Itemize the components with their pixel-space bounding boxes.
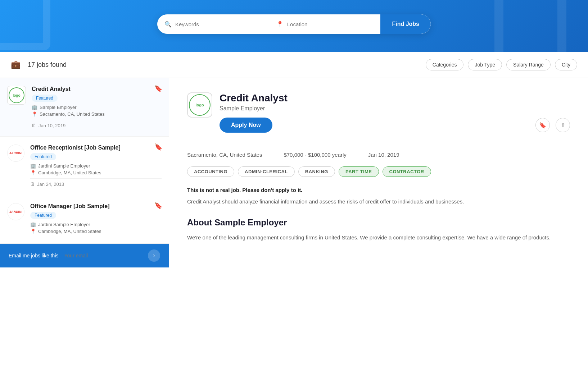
bookmark-icon-2[interactable]: 🔖 bbox=[154, 143, 162, 151]
job-title-3: Office Manager [Job Sample] bbox=[30, 203, 162, 210]
detail-divider bbox=[187, 143, 570, 143]
job-location-1: 📍 Sacramento, CA, United States bbox=[32, 111, 162, 117]
logo-circle-1: logo bbox=[9, 87, 24, 103]
featured-badge-1: Featured bbox=[32, 95, 58, 102]
tag-accounting: ACCOUNTING bbox=[187, 166, 234, 177]
keyword-input-wrap: 🔍 bbox=[157, 14, 269, 34]
share-icon: ⇧ bbox=[561, 122, 565, 129]
calendar-icon-1: 🗓 bbox=[32, 123, 36, 128]
job-type-filter[interactable]: Job Type bbox=[468, 59, 502, 70]
job-detail-panel: logo Credit Analyst Sample Employer Appl… bbox=[169, 78, 588, 385]
tag-part-time: PART TIME bbox=[339, 166, 379, 177]
detail-job-title: Credit Analyst bbox=[220, 92, 570, 104]
location-pin-icon: 📍 bbox=[276, 21, 284, 28]
calendar-icon-2: 🗓 bbox=[30, 182, 35, 187]
job-card-1[interactable]: logo Credit Analyst Featured 🏢 Sample Em… bbox=[0, 78, 169, 137]
detail-salary: $70,000 - $100,000 yearly bbox=[284, 152, 346, 158]
detail-date: Jan 10, 2019 bbox=[368, 152, 399, 158]
jardini-logo-text-3: JARDINI bbox=[9, 210, 22, 214]
about-section-text: We're one of the leading management cons… bbox=[187, 233, 570, 242]
location-input[interactable] bbox=[287, 21, 374, 27]
detail-actions: Apply Now 🔖 ⇧ bbox=[220, 118, 570, 133]
jobs-found-label: 17 jobs found bbox=[28, 61, 421, 69]
email-footer-input[interactable] bbox=[64, 253, 143, 258]
email-footer-label: Email me jobs like this bbox=[9, 253, 59, 258]
job-info-2: Office Receptionist [Job Sample] Feature… bbox=[30, 145, 162, 187]
city-filter[interactable]: City bbox=[555, 59, 577, 70]
job-employer-1: 🏢 Sample Employer bbox=[32, 105, 162, 110]
about-section-title: About Sample Employer bbox=[187, 217, 570, 228]
job-card-2[interactable]: JARDINI Office Receptionist [Job Sample]… bbox=[0, 137, 169, 195]
employer-logo-1: logo bbox=[7, 86, 26, 105]
employer-logo-3: JARDINI bbox=[7, 203, 24, 220]
employer-logo-2: JARDINI bbox=[7, 145, 24, 162]
featured-badge-3: Featured bbox=[30, 212, 56, 219]
detail-employer-logo: logo bbox=[187, 92, 212, 118]
job-title-2: Office Receptionist [Job Sample] bbox=[30, 145, 162, 151]
tag-banking: BANKING bbox=[298, 166, 335, 177]
bookmark-detail-icon: 🔖 bbox=[539, 122, 546, 129]
detail-meta-row: Sacramento, CA, United States $70,000 - … bbox=[187, 152, 570, 158]
featured-badge-2: Featured bbox=[30, 153, 56, 160]
building-icon-2: 🏢 bbox=[30, 163, 36, 169]
header: 🔍 📍 Find Jobs bbox=[0, 0, 588, 52]
job-info-1: Credit Analyst Featured 🏢 Sample Employe… bbox=[32, 86, 162, 128]
job-date-1: 🗓 Jan 10, 2019 bbox=[32, 120, 162, 128]
job-card-3[interactable]: JARDINI Office Manager [Job Sample] Feat… bbox=[0, 195, 169, 244]
building-icon-3: 🏢 bbox=[30, 222, 36, 227]
pin-icon-2: 📍 bbox=[30, 170, 36, 175]
job-location-3: 📍 Cambridge, MA, United States bbox=[30, 229, 162, 234]
jardini-logo-text: JARDINI bbox=[9, 151, 22, 155]
search-bar: 🔍 📍 Find Jobs bbox=[157, 14, 431, 34]
job-info-3: Office Manager [Job Sample] Featured 🏢 J… bbox=[30, 203, 162, 235]
salary-range-filter[interactable]: Salary Range bbox=[506, 59, 551, 70]
tag-admin-clerical: ADMIN-CLERICAL bbox=[238, 166, 295, 177]
detail-employer-name: Sample Employer bbox=[220, 105, 570, 112]
email-footer: Email me jobs like this › bbox=[0, 244, 169, 267]
job-list-panel: logo Credit Analyst Featured 🏢 Sample Em… bbox=[0, 78, 169, 385]
categories-filter[interactable]: Categories bbox=[426, 59, 464, 70]
tags-row: ACCOUNTING ADMIN-CLERICAL BANKING PART T… bbox=[187, 166, 570, 177]
apply-now-button[interactable]: Apply Now bbox=[220, 118, 272, 133]
find-jobs-button[interactable]: Find Jobs bbox=[380, 14, 431, 34]
detail-warning-text: This is not a real job. Please don't app… bbox=[187, 187, 570, 193]
job-location-2: 📍 Cambridge, MA, United States bbox=[30, 170, 162, 175]
job-title-1: Credit Analyst bbox=[32, 86, 162, 92]
detail-description: Credit Analyst should analyze financial … bbox=[187, 197, 570, 206]
pin-icon-1: 📍 bbox=[32, 111, 37, 117]
keyword-input[interactable] bbox=[175, 21, 262, 27]
detail-logo-circle: logo bbox=[189, 94, 211, 116]
email-submit-button[interactable]: › bbox=[148, 249, 160, 262]
building-icon: 🏢 bbox=[32, 105, 37, 110]
detail-location: Sacramento, CA, United States bbox=[187, 152, 262, 158]
main-layout: logo Credit Analyst Featured 🏢 Sample Em… bbox=[0, 78, 588, 385]
location-input-wrap: 📍 bbox=[269, 14, 381, 34]
share-job-button[interactable]: ⇧ bbox=[556, 118, 570, 132]
bookmark-icon-3[interactable]: 🔖 bbox=[154, 202, 162, 210]
detail-header: logo Credit Analyst Sample Employer Appl… bbox=[187, 92, 570, 133]
bookmark-icon-1[interactable]: 🔖 bbox=[154, 84, 162, 92]
briefcase-icon: 💼 bbox=[11, 60, 21, 69]
job-employer-2: 🏢 Jardini Sample Employer bbox=[30, 163, 162, 169]
job-employer-3: 🏢 Jardini Sample Employer bbox=[30, 222, 162, 227]
filter-bar: 💼 17 jobs found Categories Job Type Sala… bbox=[0, 52, 588, 78]
save-job-button[interactable]: 🔖 bbox=[535, 118, 550, 132]
pin-icon-3: 📍 bbox=[30, 229, 36, 234]
job-date-2: 🗓 Jan 24, 2013 bbox=[30, 178, 162, 187]
search-icon: 🔍 bbox=[164, 21, 172, 28]
detail-title-wrap: Credit Analyst Sample Employer Apply Now… bbox=[220, 92, 570, 133]
tag-contractor: CONTRACTOR bbox=[383, 166, 431, 177]
